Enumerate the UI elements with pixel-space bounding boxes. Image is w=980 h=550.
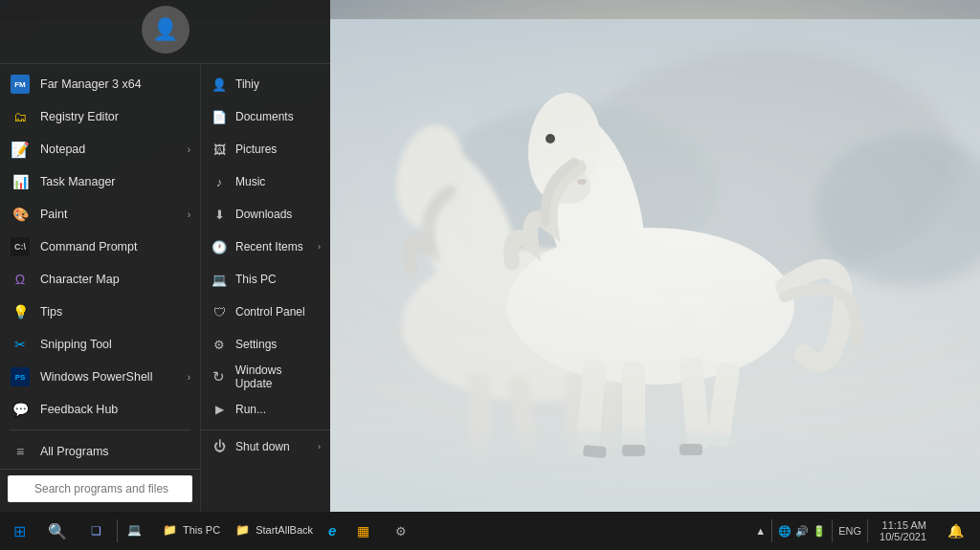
windows-folder-taskbar-label: StartAllBack (256, 524, 313, 536)
menu-item-notepad[interactable]: 📝 Notepad › (0, 133, 200, 165)
menu-item-command-prompt[interactable]: C:\ Command Prompt (0, 231, 200, 263)
taskbar-left: ⊞ 🔍 ❑ 💻 📁 This PC 📁 (0, 512, 749, 550)
right-shutdown-arrow: › (318, 442, 321, 451)
menu-item-tips[interactable]: 💡 Tips (0, 296, 200, 328)
menu-item-task-manager[interactable]: 📊 Task Manager (0, 165, 200, 198)
snipping-tool-label: Snipping Tool (40, 338, 190, 351)
right-recent-label: Recent Items (235, 240, 303, 253)
menu-item-snipping-tool[interactable]: ✂ Snipping Tool (0, 328, 200, 361)
menu-body: FM Far Manager 3 x64 🗂 Registry Editor 📝… (0, 64, 330, 512)
task-view-icon: ❑ (91, 524, 101, 538)
right-item-run[interactable]: ▶ Run... (201, 393, 330, 426)
right-item-recent[interactable]: 🕐 Recent Items › (201, 231, 330, 263)
paint-icon: 🎨 (10, 204, 31, 225)
right-recent-arrow: › (318, 242, 321, 252)
feedback-hub-label: Feedback Hub (40, 403, 190, 416)
right-windows-update-icon: ↻ (211, 368, 228, 385)
search-input[interactable] (8, 475, 192, 502)
taskbar-app-startallback[interactable]: 📁 This PC (155, 512, 228, 550)
snipping-tool-icon: ✂ (10, 334, 31, 355)
user-avatar[interactable]: 👤 (142, 6, 189, 54)
notification-icon: 🔔 (947, 523, 964, 539)
right-downloads-label: Downloads (235, 208, 292, 221)
network-icon[interactable]: 🌐 (778, 525, 791, 538)
tips-label: Tips (40, 305, 190, 319)
right-item-shutdown[interactable]: ⏻ Shut down › (201, 429, 330, 462)
notepad-arrow: › (188, 144, 190, 155)
task-manager-icon: 📊 (10, 171, 31, 192)
right-column: 👤 Tihiy 📄 Documents 🖼 Pictures ♪ Music (201, 64, 330, 512)
taskbar-search-button[interactable]: 🔍 (38, 512, 77, 550)
paint-label: Paint (40, 208, 178, 221)
paint-arrow: › (188, 209, 190, 220)
clock-area[interactable]: 11:15 AM 10/5/2021 (874, 519, 932, 542)
right-item-control-panel[interactable]: 🛡 Control Panel (201, 296, 330, 328)
taskbar-app-files[interactable]: ▦ (344, 512, 382, 550)
taskbar-app-this-pc[interactable]: 💻 (120, 512, 155, 550)
registry-editor-label: Registry Editor (40, 110, 190, 123)
registry-editor-icon: 🗂 (10, 106, 31, 127)
system-tray: ▲ 🌐 🔊 🔋 ENG (755, 519, 870, 542)
notepad-icon: 📝 (10, 139, 31, 160)
right-item-pictures[interactable]: 🖼 Pictures (201, 133, 330, 165)
menu-item-character-map[interactable]: Ω Character Map (0, 263, 200, 296)
tips-icon: 💡 (10, 301, 31, 322)
right-windows-update-label: Windows Update (235, 363, 321, 390)
taskbar-right: ▲ 🌐 🔊 🔋 ENG 11:15 AM 10/5/2021 🔔 (749, 512, 980, 550)
menu-item-registry-editor[interactable]: 🗂 Registry Editor (0, 100, 200, 133)
right-this-pc-icon: 💻 (211, 271, 228, 288)
start-menu: 👤 FM Far Manager 3 x64 🗂 Registry Editor (0, 0, 330, 512)
right-music-label: Music (235, 175, 265, 188)
powershell-icon: PS (10, 366, 31, 387)
menu-item-feedback-hub[interactable]: 💬 Feedback Hub (0, 393, 200, 426)
right-recent-icon: 🕐 (211, 238, 228, 255)
menu-item-paint[interactable]: 🎨 Paint › (0, 198, 200, 231)
right-settings-icon: ⚙ (211, 336, 228, 353)
taskbar-app-extra[interactable]: ⚙ (382, 512, 420, 550)
taskbar-search-icon: 🔍 (48, 522, 67, 540)
edge-taskbar-icon: e (328, 522, 336, 539)
right-item-username[interactable]: 👤 Tihiy (201, 68, 330, 100)
right-item-documents[interactable]: 📄 Documents (201, 100, 330, 133)
right-item-windows-update[interactable]: ↻ Windows Update (201, 361, 330, 393)
windows-logo-icon: ⊞ (13, 522, 26, 540)
right-item-downloads[interactable]: ⬇ Downloads (201, 198, 330, 231)
notepad-label: Notepad (40, 143, 178, 156)
menu-item-all-programs[interactable]: ≡ All Programs (0, 434, 200, 469)
this-pc-taskbar-icon: 💻 (127, 523, 142, 537)
svg-point-17 (577, 179, 587, 185)
menu-item-far-manager[interactable]: FM Far Manager 3 x64 (0, 68, 200, 100)
language-indicator[interactable]: ENG (838, 525, 861, 537)
right-shutdown-icon: ⏻ (211, 438, 228, 455)
svg-point-25 (431, 430, 813, 488)
right-documents-icon: 📄 (211, 108, 228, 125)
volume-icon[interactable]: 🔊 (795, 525, 809, 538)
user-area: 👤 (0, 0, 330, 64)
task-manager-label: Task Manager (40, 175, 190, 188)
hidden-icons-button[interactable]: ▲ (755, 525, 766, 537)
powershell-arrow: › (188, 372, 190, 383)
tray-separator-3 (867, 519, 868, 542)
character-map-icon: Ω (10, 269, 31, 290)
svg-point-16 (546, 134, 555, 143)
command-prompt-label: Command Prompt (40, 240, 190, 253)
menu-item-windows-powershell[interactable]: PS Windows PowerShell › (0, 361, 200, 393)
right-documents-label: Documents (235, 110, 294, 123)
right-item-music[interactable]: ♪ Music (201, 165, 330, 198)
right-run-label: Run... (235, 403, 266, 416)
right-shutdown-label: Shut down (235, 440, 290, 453)
search-wrapper: 🔍 (8, 475, 192, 502)
taskbar-app-windows-folder[interactable]: 📁 StartAllBack (228, 512, 321, 550)
right-downloads-icon: ⬇ (211, 206, 228, 223)
right-control-panel-label: Control Panel (235, 305, 305, 319)
task-view-button[interactable]: ❑ (77, 512, 115, 550)
user-avatar-icon: 👤 (152, 17, 178, 42)
all-programs-label: All Programs (40, 445, 109, 458)
right-item-this-pc[interactable]: 💻 This PC (201, 263, 330, 296)
svg-point-12 (507, 228, 794, 385)
right-item-settings[interactable]: ⚙ Settings (201, 328, 330, 361)
taskbar-app-edge[interactable]: e (321, 512, 344, 550)
tray-separator (771, 519, 772, 542)
notification-button[interactable]: 🔔 (936, 512, 974, 550)
start-button[interactable]: ⊞ (0, 512, 38, 550)
